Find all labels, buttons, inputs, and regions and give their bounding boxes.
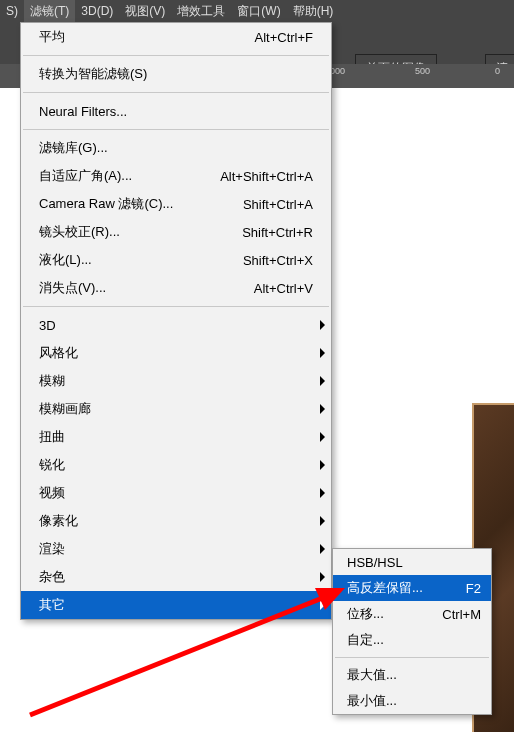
submenu-arrow-icon	[320, 544, 325, 554]
menu-label: 消失点(V)...	[39, 279, 254, 297]
menu-separator	[23, 306, 329, 307]
menu-separator	[23, 92, 329, 93]
menu-label: Camera Raw 滤镜(C)...	[39, 195, 243, 213]
submenu-label: 最小值...	[347, 692, 481, 710]
ruler-tick: 000	[330, 66, 345, 76]
filter-menu: 平均 Alt+Ctrl+F 转换为智能滤镜(S) Neural Filters.…	[20, 22, 332, 620]
submenu-item-minimum[interactable]: 最小值...	[333, 688, 491, 714]
menu-item-group-pixelate[interactable]: 像素化	[21, 507, 331, 535]
menu-shortcut: Alt+Ctrl+F	[254, 30, 313, 45]
menu-item-group-other[interactable]: 其它	[21, 591, 331, 619]
submenu-arrow-icon	[320, 600, 325, 610]
menu-item-camera-raw[interactable]: Camera Raw 滤镜(C)... Shift+Ctrl+A	[21, 190, 331, 218]
submenu-separator	[335, 657, 489, 658]
submenu-arrow-icon	[320, 404, 325, 414]
submenu-item-hsb-hsl[interactable]: HSB/HSL	[333, 549, 491, 575]
menu-label: 渲染	[39, 540, 313, 558]
menu-label: 滤镜库(G)...	[39, 139, 313, 157]
submenu-other: HSB/HSL 高反差保留... F2 位移... Ctrl+M 自定... 最…	[332, 548, 492, 715]
menubar-item-filter[interactable]: 滤镜(T)	[24, 0, 75, 22]
menubar-item[interactable]: 帮助(H)	[287, 0, 340, 22]
menu-shortcut: Alt+Shift+Ctrl+A	[220, 169, 313, 184]
menu-label: 液化(L)...	[39, 251, 243, 269]
menu-label: 自适应广角(A)...	[39, 167, 220, 185]
submenu-item-maximum[interactable]: 最大值...	[333, 662, 491, 688]
menu-separator	[23, 129, 329, 130]
menu-separator	[23, 55, 329, 56]
ruler-tick: 0	[495, 66, 500, 76]
menu-label: 镜头校正(R)...	[39, 223, 242, 241]
submenu-shortcut: F2	[466, 581, 481, 596]
submenu-label: 最大值...	[347, 666, 481, 684]
submenu-arrow-icon	[320, 348, 325, 358]
menu-label: 其它	[39, 596, 313, 614]
menu-item-filter-gallery[interactable]: 滤镜库(G)...	[21, 134, 331, 162]
menu-label: Neural Filters...	[39, 104, 313, 119]
menubar-item[interactable]: 3D(D)	[75, 0, 119, 22]
menubar-item[interactable]: 视图(V)	[119, 0, 171, 22]
menu-label: 3D	[39, 318, 313, 333]
submenu-arrow-icon	[320, 376, 325, 386]
submenu-arrow-icon	[320, 460, 325, 470]
menu-label: 像素化	[39, 512, 313, 530]
submenu-arrow-icon	[320, 516, 325, 526]
menu-item-group-distort[interactable]: 扭曲	[21, 423, 331, 451]
menu-item-adaptive-wide[interactable]: 自适应广角(A)... Alt+Shift+Ctrl+A	[21, 162, 331, 190]
menu-item-group-render[interactable]: 渲染	[21, 535, 331, 563]
menu-item-lens-correction[interactable]: 镜头校正(R)... Shift+Ctrl+R	[21, 218, 331, 246]
submenu-label: 位移...	[347, 605, 442, 623]
menu-item-vanishing-point[interactable]: 消失点(V)... Alt+Ctrl+V	[21, 274, 331, 302]
submenu-item-high-pass[interactable]: 高反差保留... F2	[333, 575, 491, 601]
menu-label: 转换为智能滤镜(S)	[39, 65, 313, 83]
submenu-shortcut: Ctrl+M	[442, 607, 481, 622]
menu-item-group-video[interactable]: 视频	[21, 479, 331, 507]
menu-item-group-blur-gallery[interactable]: 模糊画廊	[21, 395, 331, 423]
submenu-arrow-icon	[320, 488, 325, 498]
menu-shortcut: Shift+Ctrl+X	[243, 253, 313, 268]
menu-item-group-3d[interactable]: 3D	[21, 311, 331, 339]
menubar-item[interactable]: 窗口(W)	[231, 0, 286, 22]
menu-shortcut: Alt+Ctrl+V	[254, 281, 313, 296]
submenu-arrow-icon	[320, 320, 325, 330]
menu-item-liquify[interactable]: 液化(L)... Shift+Ctrl+X	[21, 246, 331, 274]
submenu-item-custom[interactable]: 自定...	[333, 627, 491, 653]
menu-item-group-stylize[interactable]: 风格化	[21, 339, 331, 367]
submenu-label: 高反差保留...	[347, 579, 466, 597]
menu-label: 杂色	[39, 568, 313, 586]
submenu-label: HSB/HSL	[347, 555, 481, 570]
submenu-arrow-icon	[320, 572, 325, 582]
submenu-label: 自定...	[347, 631, 481, 649]
menu-label: 锐化	[39, 456, 313, 474]
menubar-item[interactable]: S)	[0, 0, 24, 22]
menu-label: 视频	[39, 484, 313, 502]
menu-shortcut: Shift+Ctrl+A	[243, 197, 313, 212]
ruler-tick: 500	[415, 66, 430, 76]
submenu-arrow-icon	[320, 432, 325, 442]
menu-item-group-sharpen[interactable]: 锐化	[21, 451, 331, 479]
menubar-item[interactable]: 增效工具	[171, 0, 231, 22]
menu-item-group-blur[interactable]: 模糊	[21, 367, 331, 395]
menubar: S) 滤镜(T) 3D(D) 视图(V) 增效工具 窗口(W) 帮助(H)	[0, 0, 514, 22]
menu-item-neural[interactable]: Neural Filters...	[21, 97, 331, 125]
menu-item-recent[interactable]: 平均 Alt+Ctrl+F	[21, 23, 331, 51]
menu-label: 扭曲	[39, 428, 313, 446]
menu-label: 模糊画廊	[39, 400, 313, 418]
menu-item-group-noise[interactable]: 杂色	[21, 563, 331, 591]
menu-shortcut: Shift+Ctrl+R	[242, 225, 313, 240]
menu-label: 平均	[39, 28, 254, 46]
menu-item-convert-smart[interactable]: 转换为智能滤镜(S)	[21, 60, 331, 88]
menu-label: 风格化	[39, 344, 313, 362]
submenu-item-offset[interactable]: 位移... Ctrl+M	[333, 601, 491, 627]
menu-label: 模糊	[39, 372, 313, 390]
